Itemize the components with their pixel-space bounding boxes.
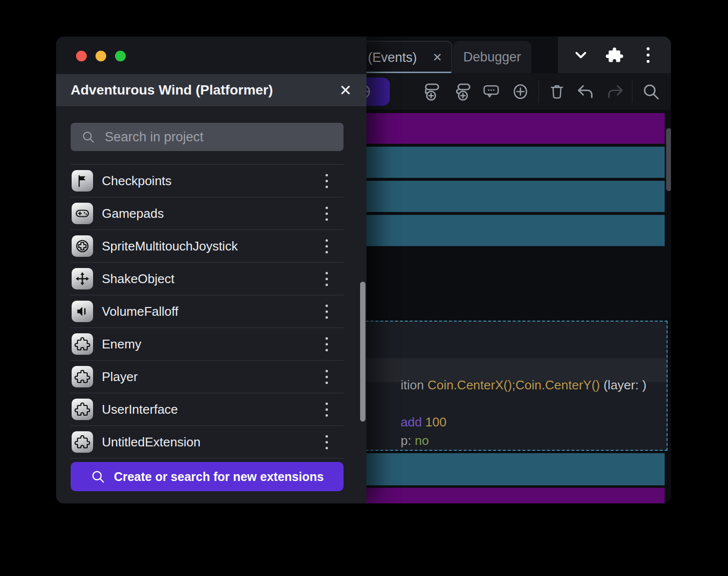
- extensions-dialog: Adventurous Wind (Platformer) ✕ Checkpoi…: [56, 37, 366, 503]
- selected-event[interactable]: ition Coin.CenterX();Coin.CenterY() (lay…: [341, 321, 668, 451]
- list-item-label: Gamepads: [102, 206, 164, 221]
- item-menu-icon[interactable]: [326, 337, 328, 351]
- dialog-title: Adventurous Wind (Platformer): [71, 82, 273, 98]
- list-item-shakeobject[interactable]: ShakeObject: [71, 262, 344, 295]
- add-event-icon[interactable]: [419, 73, 445, 110]
- list-item-checkpoints[interactable]: Checkpoints: [71, 164, 344, 197]
- joystick-icon: [72, 235, 93, 257]
- puzzle-icon: [72, 399, 93, 420]
- event-row[interactable]: [341, 453, 665, 485]
- search-icon: [81, 130, 95, 144]
- add-comment-icon[interactable]: [478, 73, 504, 110]
- events-scrollbar[interactable]: [666, 128, 671, 191]
- redo-icon[interactable]: [602, 73, 628, 110]
- puzzle-icon: [72, 431, 93, 453]
- list-item-volumefalloff[interactable]: VolumeFalloff: [71, 295, 344, 327]
- search-input[interactable]: [104, 129, 310, 145]
- flag-icon: [72, 170, 93, 192]
- extensions-icon[interactable]: [604, 44, 625, 66]
- item-menu-icon[interactable]: [326, 370, 328, 384]
- code-token: p:: [401, 433, 415, 448]
- list-item-untitledextension[interactable]: UntitledExtension: [71, 425, 344, 459]
- event-row[interactable]: [341, 181, 665, 212]
- tab-debugger-label: Debugger: [463, 50, 521, 65]
- minimize-traffic-light[interactable]: [96, 51, 106, 61]
- list-item-label: ShakeObject: [102, 271, 174, 287]
- move-arrows-icon: [72, 268, 93, 289]
- list-item-userinterface[interactable]: UserInterface: [71, 393, 344, 425]
- event-row[interactable]: [341, 488, 665, 503]
- add-subevent-icon[interactable]: [450, 73, 476, 110]
- gamepad-icon: [72, 203, 93, 224]
- extensions-list: Checkpoints Gamepads S: [71, 164, 344, 459]
- chevron-down-icon[interactable]: [570, 44, 592, 66]
- puzzle-icon: [72, 366, 93, 387]
- tab-events-label: (Events): [368, 50, 417, 65]
- more-vertical-icon[interactable]: [637, 44, 659, 66]
- zoom-traffic-light[interactable]: [115, 51, 126, 61]
- code-token: ition: [401, 378, 427, 392]
- search-events-icon[interactable]: [638, 73, 664, 110]
- macos-titlebar: [56, 37, 366, 74]
- tab-debugger[interactable]: Debugger: [453, 41, 531, 73]
- code-token: (layer: ): [600, 378, 646, 392]
- window-actions-panel: [558, 37, 671, 73]
- item-menu-icon[interactable]: [326, 207, 328, 221]
- item-menu-icon[interactable]: [326, 403, 328, 417]
- trash-icon[interactable]: [544, 73, 570, 110]
- event-row[interactable]: [341, 215, 665, 246]
- tab-events[interactable]: (Events) ✕: [356, 41, 452, 74]
- close-traffic-light[interactable]: [76, 51, 87, 61]
- dialog-scrollbar[interactable]: [360, 282, 365, 422]
- puzzle-icon: [72, 333, 93, 355]
- list-item-label: Checkpoints: [102, 173, 172, 189]
- item-menu-icon[interactable]: [326, 272, 328, 286]
- item-menu-icon[interactable]: [326, 239, 328, 253]
- search-icon: [91, 469, 105, 484]
- item-menu-icon[interactable]: [326, 435, 328, 449]
- desktop-background: (Events) ✕ Debugger: [0, 0, 728, 576]
- event-row[interactable]: [341, 147, 665, 178]
- list-item-label: Player: [102, 369, 138, 384]
- item-menu-icon[interactable]: [326, 305, 328, 319]
- toolbar-divider: [538, 80, 539, 103]
- list-item-player[interactable]: Player: [71, 360, 344, 393]
- list-item-gamepads[interactable]: Gamepads: [71, 197, 344, 230]
- event-row[interactable]: [341, 113, 665, 144]
- code-token: ;: [512, 378, 516, 392]
- add-circle-icon[interactable]: [507, 73, 534, 110]
- toolbar-divider: [632, 80, 632, 103]
- speaker-icon: [72, 301, 93, 322]
- create-extension-button[interactable]: Create or search for new extensions: [71, 462, 344, 491]
- code-token: no: [415, 433, 429, 448]
- code-token: Coin.CenterY(): [516, 378, 600, 392]
- list-item-label: Enemy: [102, 337, 141, 352]
- dialog-header: Adventurous Wind (Platformer) ✕: [56, 74, 366, 106]
- list-item-spritemultitouchjoystick[interactable]: SpriteMultitouchJoystick: [71, 230, 344, 262]
- tab-close-icon[interactable]: ✕: [433, 51, 442, 64]
- code-token: Coin.CenterX(): [427, 378, 512, 392]
- create-extension-label: Create or search for new extensions: [114, 470, 324, 484]
- project-search-box: [71, 123, 344, 151]
- item-menu-icon[interactable]: [326, 174, 328, 188]
- list-item-enemy[interactable]: Enemy: [71, 327, 344, 360]
- undo-icon[interactable]: [573, 73, 599, 110]
- list-item-label: VolumeFalloff: [102, 304, 178, 319]
- list-item-label: UserInterface: [102, 402, 178, 417]
- app-window: (Events) ✕ Debugger: [56, 37, 671, 503]
- list-item-label: UntitledExtension: [102, 435, 200, 450]
- list-item-label: SpriteMultitouchJoystick: [102, 239, 238, 254]
- dialog-body: Checkpoints Gamepads S: [56, 106, 366, 503]
- dialog-close-icon[interactable]: ✕: [339, 83, 352, 98]
